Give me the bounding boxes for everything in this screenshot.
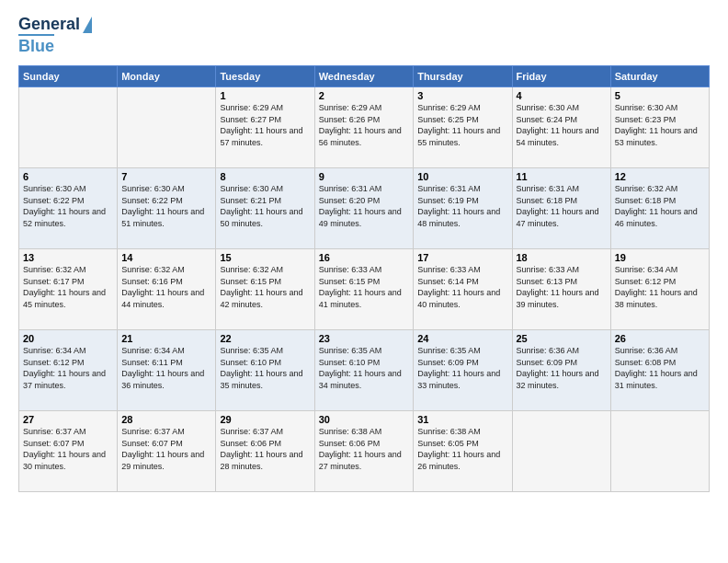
day-detail: Sunrise: 6:36 AMSunset: 6:09 PMDaylight:…: [517, 345, 607, 391]
calendar-body: 1Sunrise: 6:29 AMSunset: 6:27 PMDaylight…: [19, 87, 710, 492]
day-number: 10: [417, 171, 507, 182]
day-detail: Sunrise: 6:31 AMSunset: 6:19 PMDaylight:…: [417, 183, 507, 229]
day-number: 16: [319, 252, 409, 263]
day-detail: Sunrise: 6:29 AMSunset: 6:26 PMDaylight:…: [319, 102, 409, 148]
day-number: 11: [517, 171, 607, 182]
day-detail: Sunrise: 6:33 AMSunset: 6:15 PMDaylight:…: [319, 264, 409, 310]
weekday-thursday: Thursday: [414, 66, 512, 87]
logo-line1: General: [18, 15, 92, 34]
calendar-cell: 19Sunrise: 6:34 AMSunset: 6:12 PMDayligh…: [610, 249, 709, 330]
calendar-cell: 28Sunrise: 6:37 AMSunset: 6:07 PMDayligh…: [118, 411, 216, 492]
day-number: 31: [417, 414, 507, 425]
day-number: 7: [121, 171, 211, 182]
weekday-wednesday: Wednesday: [314, 66, 413, 87]
day-number: 9: [319, 171, 409, 182]
calendar-cell: [118, 87, 216, 168]
day-number: 19: [615, 252, 705, 263]
calendar-cell: [610, 411, 709, 492]
day-detail: Sunrise: 6:34 AMSunset: 6:12 PMDaylight:…: [615, 264, 705, 310]
logo: General Blue: [18, 15, 92, 56]
calendar-cell: 3Sunrise: 6:29 AMSunset: 6:25 PMDaylight…: [414, 87, 512, 168]
calendar-cell: 2Sunrise: 6:29 AMSunset: 6:26 PMDaylight…: [314, 87, 413, 168]
day-number: 26: [615, 333, 705, 344]
calendar-cell: 9Sunrise: 6:31 AMSunset: 6:20 PMDaylight…: [314, 168, 413, 249]
logo-triangle-icon: [83, 17, 92, 33]
day-detail: Sunrise: 6:37 AMSunset: 6:07 PMDaylight:…: [23, 426, 113, 472]
weekday-friday: Friday: [512, 66, 610, 87]
day-number: 22: [220, 333, 310, 344]
calendar-cell: 8Sunrise: 6:30 AMSunset: 6:21 PMDaylight…: [216, 168, 314, 249]
day-detail: Sunrise: 6:34 AMSunset: 6:12 PMDaylight:…: [23, 345, 113, 391]
day-number: 18: [517, 252, 607, 263]
day-number: 28: [121, 414, 211, 425]
day-number: 3: [417, 90, 507, 101]
day-detail: Sunrise: 6:38 AMSunset: 6:05 PMDaylight:…: [417, 426, 507, 472]
day-number: 23: [319, 333, 409, 344]
logo-line2: Blue: [18, 34, 54, 56]
calendar-cell: 29Sunrise: 6:37 AMSunset: 6:06 PMDayligh…: [216, 411, 314, 492]
calendar-cell: 16Sunrise: 6:33 AMSunset: 6:15 PMDayligh…: [314, 249, 413, 330]
calendar-cell: 14Sunrise: 6:32 AMSunset: 6:16 PMDayligh…: [118, 249, 216, 330]
calendar-cell: 20Sunrise: 6:34 AMSunset: 6:12 PMDayligh…: [19, 330, 118, 411]
calendar-cell: 17Sunrise: 6:33 AMSunset: 6:14 PMDayligh…: [414, 249, 512, 330]
day-detail: Sunrise: 6:30 AMSunset: 6:22 PMDaylight:…: [121, 183, 211, 229]
calendar-cell: [512, 411, 610, 492]
day-detail: Sunrise: 6:29 AMSunset: 6:25 PMDaylight:…: [417, 102, 507, 148]
calendar-week-3: 13Sunrise: 6:32 AMSunset: 6:17 PMDayligh…: [19, 249, 710, 330]
day-detail: Sunrise: 6:35 AMSunset: 6:09 PMDaylight:…: [417, 345, 507, 391]
day-detail: Sunrise: 6:30 AMSunset: 6:23 PMDaylight:…: [615, 102, 705, 148]
day-detail: Sunrise: 6:37 AMSunset: 6:06 PMDaylight:…: [220, 426, 310, 472]
page: General Blue SundayMondayTuesdayWednesda…: [0, 0, 728, 563]
calendar-cell: 24Sunrise: 6:35 AMSunset: 6:09 PMDayligh…: [414, 330, 512, 411]
weekday-tuesday: Tuesday: [216, 66, 314, 87]
calendar-cell: 4Sunrise: 6:30 AMSunset: 6:24 PMDaylight…: [512, 87, 610, 168]
day-detail: Sunrise: 6:33 AMSunset: 6:13 PMDaylight:…: [517, 264, 607, 310]
calendar-cell: [19, 87, 118, 168]
calendar-cell: 6Sunrise: 6:30 AMSunset: 6:22 PMDaylight…: [19, 168, 118, 249]
calendar-cell: 21Sunrise: 6:34 AMSunset: 6:11 PMDayligh…: [118, 330, 216, 411]
logo-blue: Blue: [18, 34, 54, 56]
day-number: 20: [23, 333, 113, 344]
weekday-sunday: Sunday: [19, 66, 118, 87]
day-detail: Sunrise: 6:34 AMSunset: 6:11 PMDaylight:…: [121, 345, 211, 391]
day-detail: Sunrise: 6:32 AMSunset: 6:15 PMDaylight:…: [220, 264, 310, 310]
day-detail: Sunrise: 6:35 AMSunset: 6:10 PMDaylight:…: [220, 345, 310, 391]
day-number: 14: [121, 252, 211, 263]
day-number: 15: [220, 252, 310, 263]
day-number: 4: [517, 90, 607, 101]
day-number: 17: [417, 252, 507, 263]
day-number: 5: [615, 90, 705, 101]
calendar-cell: 13Sunrise: 6:32 AMSunset: 6:17 PMDayligh…: [19, 249, 118, 330]
day-detail: Sunrise: 6:30 AMSunset: 6:24 PMDaylight:…: [517, 102, 607, 148]
day-detail: Sunrise: 6:30 AMSunset: 6:22 PMDaylight:…: [23, 183, 113, 229]
day-detail: Sunrise: 6:37 AMSunset: 6:07 PMDaylight:…: [121, 426, 211, 472]
calendar-week-1: 1Sunrise: 6:29 AMSunset: 6:27 PMDaylight…: [19, 87, 710, 168]
day-detail: Sunrise: 6:38 AMSunset: 6:06 PMDaylight:…: [319, 426, 409, 472]
day-number: 1: [220, 90, 310, 101]
day-number: 21: [121, 333, 211, 344]
calendar-cell: 22Sunrise: 6:35 AMSunset: 6:10 PMDayligh…: [216, 330, 314, 411]
day-number: 12: [615, 171, 705, 182]
day-detail: Sunrise: 6:35 AMSunset: 6:10 PMDaylight:…: [319, 345, 409, 391]
calendar-cell: 30Sunrise: 6:38 AMSunset: 6:06 PMDayligh…: [314, 411, 413, 492]
weekday-saturday: Saturday: [610, 66, 709, 87]
calendar-cell: 31Sunrise: 6:38 AMSunset: 6:05 PMDayligh…: [414, 411, 512, 492]
day-detail: Sunrise: 6:31 AMSunset: 6:20 PMDaylight:…: [319, 183, 409, 229]
day-detail: Sunrise: 6:32 AMSunset: 6:16 PMDaylight:…: [121, 264, 211, 310]
calendar-cell: 1Sunrise: 6:29 AMSunset: 6:27 PMDaylight…: [216, 87, 314, 168]
day-number: 24: [417, 333, 507, 344]
calendar-cell: 12Sunrise: 6:32 AMSunset: 6:18 PMDayligh…: [610, 168, 709, 249]
calendar-cell: 23Sunrise: 6:35 AMSunset: 6:10 PMDayligh…: [314, 330, 413, 411]
weekday-header-row: SundayMondayTuesdayWednesdayThursdayFrid…: [19, 66, 710, 87]
calendar-cell: 15Sunrise: 6:32 AMSunset: 6:15 PMDayligh…: [216, 249, 314, 330]
day-number: 30: [319, 414, 409, 425]
day-detail: Sunrise: 6:33 AMSunset: 6:14 PMDaylight:…: [417, 264, 507, 310]
day-detail: Sunrise: 6:32 AMSunset: 6:17 PMDaylight:…: [23, 264, 113, 310]
day-number: 25: [517, 333, 607, 344]
calendar-cell: 11Sunrise: 6:31 AMSunset: 6:18 PMDayligh…: [512, 168, 610, 249]
day-detail: Sunrise: 6:29 AMSunset: 6:27 PMDaylight:…: [220, 102, 310, 148]
day-detail: Sunrise: 6:36 AMSunset: 6:08 PMDaylight:…: [615, 345, 705, 391]
day-detail: Sunrise: 6:31 AMSunset: 6:18 PMDaylight:…: [517, 183, 607, 229]
weekday-monday: Monday: [118, 66, 216, 87]
day-detail: Sunrise: 6:32 AMSunset: 6:18 PMDaylight:…: [615, 183, 705, 229]
